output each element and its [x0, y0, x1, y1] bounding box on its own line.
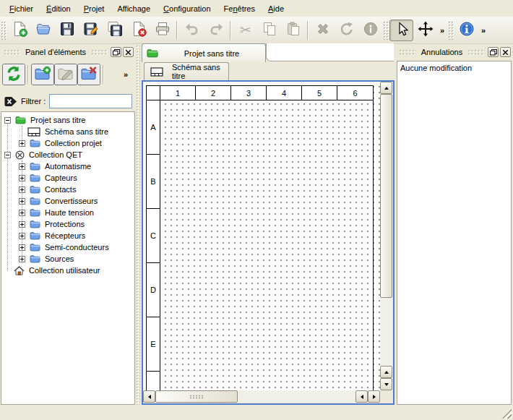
- new-document-button[interactable]: [7, 20, 31, 41]
- reload-collections-button[interactable]: [2, 64, 25, 85]
- menu-affichage[interactable]: Affichage: [111, 2, 157, 15]
- horizontal-scroll-thumb[interactable]: [155, 390, 238, 403]
- tab-schema-sans-titre[interactable]: Schéma sans titre: [144, 62, 229, 80]
- open-document-button[interactable]: [31, 20, 55, 41]
- vertical-scroll-thumb[interactable]: [380, 94, 392, 298]
- scroll-down-button[interactable]: [380, 378, 392, 390]
- tree-item-protections[interactable]: Protections: [1, 218, 134, 230]
- float-icon: [113, 49, 120, 56]
- expand-icon[interactable]: [19, 210, 25, 216]
- tree-item-automatisme[interactable]: Automatisme: [1, 160, 134, 172]
- collapse-icon[interactable]: [4, 152, 11, 158]
- redo-button[interactable]: [204, 20, 228, 41]
- expand-icon[interactable]: [19, 256, 25, 262]
- collapse-icon[interactable]: [4, 117, 11, 124]
- edit-folder-icon: [57, 65, 74, 85]
- toolbar-drag-handle[interactable]: [383, 21, 389, 40]
- toolbar-drag-handle[interactable]: [448, 21, 454, 40]
- dock-splitter[interactable]: [136, 45, 140, 405]
- elements-panel-title: Panel d'éléments: [22, 48, 90, 56]
- menu-fichier[interactable]: Fichier: [3, 2, 40, 15]
- elements-panel-titlebar[interactable]: Panel d'éléments: [1, 45, 135, 59]
- about-qet-button[interactable]: [454, 20, 478, 41]
- undo-history-list[interactable]: Aucune modification: [397, 61, 512, 405]
- cut-button[interactable]: ✂: [233, 20, 257, 41]
- expand-icon[interactable]: [19, 140, 25, 147]
- scroll-left-button[interactable]: [143, 390, 155, 403]
- close-document-button[interactable]: [126, 20, 150, 41]
- element-infos-button[interactable]: [358, 20, 382, 41]
- toolbar-separator: [27, 65, 29, 84]
- tree-item-schema-sans-titre[interactable]: Schéma sans titre: [1, 126, 134, 137]
- print-button[interactable]: [150, 20, 174, 41]
- expand-icon[interactable]: [19, 175, 25, 181]
- tree-item-sources[interactable]: Sources: [1, 253, 134, 265]
- dock-float-button[interactable]: [488, 47, 499, 57]
- scroll-up-button[interactable]: [380, 82, 392, 94]
- folder-icon: [30, 231, 40, 240]
- qelectrotech-window: Fichier Édition Projet Affichage Configu…: [0, 0, 513, 420]
- tree-item-recepteurs[interactable]: Récepteurs: [1, 230, 134, 241]
- menu-edition[interactable]: Édition: [40, 2, 77, 15]
- diagram-canvas[interactable]: 1 2 3 4 5 6 A B C D E: [143, 82, 380, 390]
- filter-input[interactable]: [49, 94, 132, 108]
- tree-item-contacts[interactable]: Contacts: [1, 184, 134, 195]
- tree-item-haute-tension[interactable]: Haute tension: [1, 207, 134, 218]
- edit-category-button[interactable]: [54, 64, 77, 85]
- toolbar-separator: [230, 21, 231, 40]
- toolbar-overflow-chevron[interactable]: »: [478, 21, 488, 40]
- expand-icon[interactable]: [19, 221, 25, 228]
- dock-close-button[interactable]: [123, 47, 134, 57]
- horizontal-scrollbar[interactable]: [143, 390, 380, 403]
- tree-item-projet-sans-titre[interactable]: Projet sans titre: [1, 114, 134, 126]
- delete-button[interactable]: [311, 20, 335, 41]
- menu-configuration[interactable]: Configuration: [157, 2, 217, 15]
- float-icon: [490, 49, 497, 56]
- elements-panel-dock: Panel d'éléments » Filtrer :: [1, 45, 135, 405]
- toolbar-overflow-chevron[interactable]: »: [437, 21, 447, 40]
- menu-fenetres[interactable]: Fenêtres: [217, 2, 262, 15]
- expand-icon[interactable]: [19, 198, 25, 205]
- undo-button[interactable]: [180, 20, 204, 41]
- dock-close-button[interactable]: [500, 47, 511, 57]
- pan-mode-button[interactable]: [413, 20, 437, 41]
- vertical-scrollbar[interactable]: [380, 82, 392, 390]
- delete-category-button[interactable]: [77, 64, 100, 85]
- expand-icon[interactable]: [19, 187, 25, 193]
- diagram-icon: [27, 127, 40, 137]
- save-as-button[interactable]: [79, 20, 103, 41]
- scroll-up-button[interactable]: [380, 366, 392, 378]
- save-button[interactable]: [55, 20, 79, 41]
- tree-item-collection-utilisateur[interactable]: Collection utilisateur: [1, 265, 134, 276]
- paste-button[interactable]: [281, 20, 305, 41]
- tree-item-collection-qet[interactable]: Collection QET: [1, 149, 134, 160]
- arrow-down-icon: [384, 383, 389, 386]
- scroll-right-button[interactable]: [368, 390, 380, 403]
- folder-icon: [30, 220, 40, 228]
- expand-icon[interactable]: [19, 233, 25, 239]
- clear-filter-icon[interactable]: [4, 96, 17, 107]
- toolbar-separator: [103, 65, 104, 84]
- save-all-button[interactable]: [103, 20, 126, 41]
- selection-mode-button[interactable]: [389, 20, 413, 41]
- toolbar-drag-handle[interactable]: [1, 21, 7, 40]
- expand-icon[interactable]: [19, 163, 25, 170]
- tab-projet-sans-titre[interactable]: Projet sans titre: [142, 43, 266, 62]
- tree-item-convertisseurs[interactable]: Convertisseurs: [1, 195, 134, 207]
- tree-item-capteurs[interactable]: Capteurs: [1, 172, 134, 184]
- new-category-button[interactable]: [31, 64, 54, 85]
- menu-aide[interactable]: Aide: [262, 2, 290, 15]
- tree-item-semi-conducteurs[interactable]: Semi-conducteurs: [1, 241, 134, 253]
- open-document-icon: [35, 20, 52, 40]
- panel-overflow-chevron[interactable]: »: [121, 65, 131, 84]
- rotate-button[interactable]: [335, 20, 358, 41]
- expand-icon[interactable]: [19, 244, 25, 251]
- window-size-grip[interactable]: [502, 409, 512, 419]
- dock-float-button[interactable]: [111, 47, 121, 57]
- tree-item-collection-projet[interactable]: Collection projet: [1, 137, 134, 149]
- menu-projet[interactable]: Projet: [77, 2, 111, 15]
- titlebar-texture: [4, 49, 20, 55]
- copy-button[interactable]: [257, 20, 281, 41]
- scroll-left-button[interactable]: [355, 390, 368, 403]
- undo-dock-titlebar[interactable]: Annulations: [396, 45, 512, 59]
